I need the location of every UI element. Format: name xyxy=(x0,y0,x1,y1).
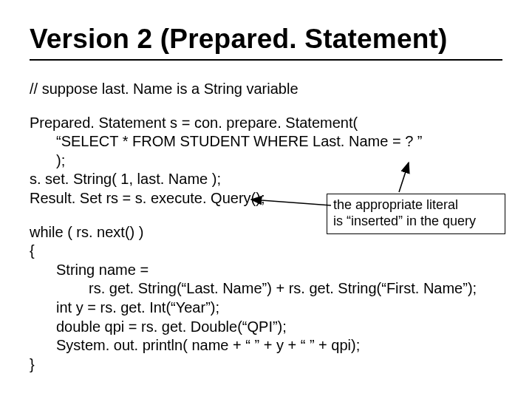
code-line: rs. get. String(“Last. Name”) + rs. get.… xyxy=(30,279,502,299)
callout-line: is “inserted” in the query xyxy=(333,214,499,230)
code-line: System. out. println( name + “ ” + y + “… xyxy=(30,336,502,355)
title-underline xyxy=(30,59,502,61)
code-line: s. set. String( 1, last. Name ); xyxy=(30,170,502,189)
code-line: { xyxy=(30,242,502,261)
code-line: double qpi = rs. get. Double(“QPI”); xyxy=(30,318,502,337)
slide-title: Version 2 (Prepared. Statement) xyxy=(30,24,502,55)
comment-line: // suppose last. Name is a String variab… xyxy=(30,80,502,99)
code-line: String name = xyxy=(30,261,502,280)
callout-box: the appropriate literal is “inserted” in… xyxy=(327,194,505,234)
callout-line: the appropriate literal xyxy=(333,197,499,214)
code-line: int y = rs. get. Int(“Year”); xyxy=(30,299,502,318)
slide: Version 2 (Prepared. Statement) // suppo… xyxy=(0,0,532,399)
code-block-2: while ( rs. next() ) { String name = rs.… xyxy=(30,223,502,375)
code-line: ); xyxy=(30,151,502,171)
code-line: Prepared. Statement s = con. prepare. St… xyxy=(30,114,502,133)
code-line: “SELECT * FROM STUDENT WHERE Last. Name … xyxy=(30,132,502,151)
code-line: } xyxy=(30,355,502,375)
